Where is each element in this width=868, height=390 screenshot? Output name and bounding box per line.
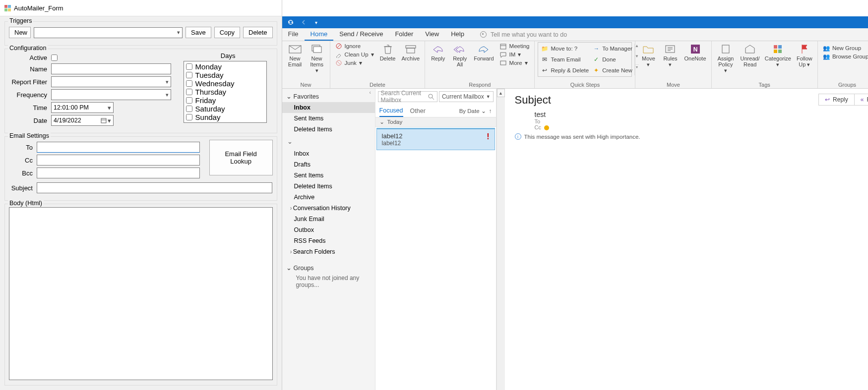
tab-folder[interactable]: Folder [389,28,419,41]
cc-presence-icon [544,125,549,130]
delete-button[interactable]: Delete [243,27,273,38]
save-button[interactable]: Save [186,27,211,38]
browse-groups-button[interactable]: 👥Browse Groups [821,53,868,60]
meeting-button[interactable]: Meeting [498,42,532,50]
move-button[interactable]: Move▾ [638,42,658,68]
junk-button[interactable]: Junk ▾ [333,59,376,67]
section-today[interactable]: ⌄Today [375,117,496,127]
ignore-button[interactable]: Ignore [333,42,376,50]
fav-deleted[interactable]: Deleted Items [282,124,375,135]
folder-rss[interactable]: RSS Feeds [282,235,375,246]
date-label: Date [9,117,51,124]
folder-icon [641,43,655,55]
reportfilter-select[interactable] [51,76,171,87]
trigger-select[interactable] [34,27,183,38]
tab-other[interactable]: Other [410,106,426,116]
reading-replyall-button[interactable]: «Reply All [855,94,868,106]
categorize-button[interactable]: Categorize▾ [763,42,793,68]
day-check-thursday[interactable] [186,89,192,95]
folder-deleted[interactable]: Deleted Items [282,181,375,192]
day-check-saturday[interactable] [186,106,192,112]
fav-inbox[interactable]: Inbox [282,102,375,113]
date-picker[interactable]: 4/19/2022▾ [51,115,114,126]
rules-button[interactable]: Rules▾ [660,42,680,68]
new-group-button[interactable]: 👥New Group [821,44,868,52]
active-checkbox[interactable] [51,55,58,61]
name-input[interactable] [51,63,171,74]
im-button[interactable]: IM ▾ [498,51,532,58]
folder-sent[interactable]: Sent Items [282,170,375,181]
tab-focused[interactable]: Focused [379,105,403,117]
bcc-input[interactable] [37,167,200,178]
onenote-button[interactable]: NOneNote [682,42,708,62]
qs-createnew[interactable]: ✦Create New [591,65,634,75]
followup-button[interactable]: FollowUp ▾ [795,42,814,68]
scroll-up-icon[interactable]: ▲ [497,89,505,97]
qs-replydelete[interactable]: ↩Reply & Delete [539,65,591,75]
forward-button[interactable]: Forward [472,42,496,62]
folder-convhistory[interactable]: ›Conversation History [282,203,375,214]
replyall-button[interactable]: ReplyAll [450,42,470,68]
qat-customize-icon[interactable]: ▾ [313,19,320,26]
archive-button[interactable]: Archive [400,42,422,62]
reply-button[interactable]: Reply [428,42,448,62]
search-mailbox-input[interactable]: Search Current Mailbox [378,91,437,102]
day-check-sunday[interactable] [186,114,192,120]
account-toggle[interactable]: ⌄ [282,135,375,148]
to-input[interactable] [37,142,200,153]
favorites-header[interactable]: ⌄Favorites [282,91,375,102]
quicksteps-gallery[interactable]: 📁Move to: ? ✉Team Email ↩Reply & Delete … [538,42,632,77]
assign-policy-button[interactable]: AssignPolicy ▾ [715,42,737,74]
qs-team[interactable]: ✉Team Email [539,55,591,65]
time-dropdown-icon[interactable]: ▾ [108,104,111,111]
folder-outbox[interactable]: Outbox [282,224,375,235]
day-check-wednesday[interactable] [186,80,192,87]
tab-file[interactable]: File [282,28,305,41]
tell-me[interactable]: Tell me what you want to do [491,31,567,38]
folder-junk[interactable]: Junk Email [282,214,375,224]
bydate-dropdown[interactable]: By Date ⌄ [459,108,486,114]
svg-rect-9 [406,46,416,48]
unread-button[interactable]: Unread/Read [739,42,761,68]
tab-view[interactable]: View [419,28,445,41]
email-lookup-button[interactable]: Email Field Lookup [209,140,273,175]
frequency-select[interactable] [51,89,171,100]
more-respond-button[interactable]: More ▾ [498,59,532,67]
copy-button[interactable]: Copy [214,27,240,38]
reportfilter-label: Report Filter [9,78,51,86]
date-dropdown-icon[interactable]: ▾ [101,117,111,124]
day-check-tuesday[interactable] [186,72,192,78]
folder-archive[interactable]: Archive [282,192,375,203]
day-check-friday[interactable] [186,97,192,104]
sort-arrow-icon[interactable]: ↑ [489,108,492,114]
new-items-button[interactable]: NewItems ▾ [307,42,327,74]
new-email-button[interactable]: NewEmail [285,42,305,68]
reading-reply-button[interactable]: ↩Reply [818,94,855,106]
tab-home[interactable]: Home [305,28,334,41]
tab-help[interactable]: Help [445,28,470,41]
folder-search[interactable]: ›Search Folders [282,246,375,257]
fav-sent[interactable]: Sent Items [282,113,375,124]
qs-moveto[interactable]: 📁Move to: ? [539,44,591,54]
day-check-monday[interactable] [186,63,192,70]
delete-mail-button[interactable]: Delete [378,42,398,62]
folder-drafts[interactable]: Drafts [282,159,375,170]
groups-header[interactable]: ⌄Groups [282,262,375,274]
message-item[interactable]: label12 label12 ! [376,128,495,150]
qs-tomanager[interactable]: →To Manager [591,44,634,54]
subject-input[interactable] [37,182,272,193]
search-scope-dropdown[interactable]: Current Mailbox▼ [439,91,494,102]
time-picker[interactable]: 12:01:00 PM▾ [51,102,114,113]
sendreceive-icon[interactable] [287,19,294,26]
list-scrollbar[interactable]: ▲ [496,89,505,390]
body-textarea[interactable] [9,207,273,380]
collapse-nav-icon[interactable]: ‹ [370,90,371,95]
cc-input[interactable] [37,155,200,166]
cleanup-button[interactable]: Clean Up ▾ [333,51,376,58]
no-groups-text: You have not joined any groups... [282,274,375,289]
tab-sendreceive[interactable]: Send / Receive [333,28,389,41]
qs-done[interactable]: ✓Done [591,55,634,65]
folder-inbox[interactable]: Inbox [282,148,375,159]
undo-icon[interactable] [300,19,307,26]
new-button[interactable]: New [9,27,31,38]
